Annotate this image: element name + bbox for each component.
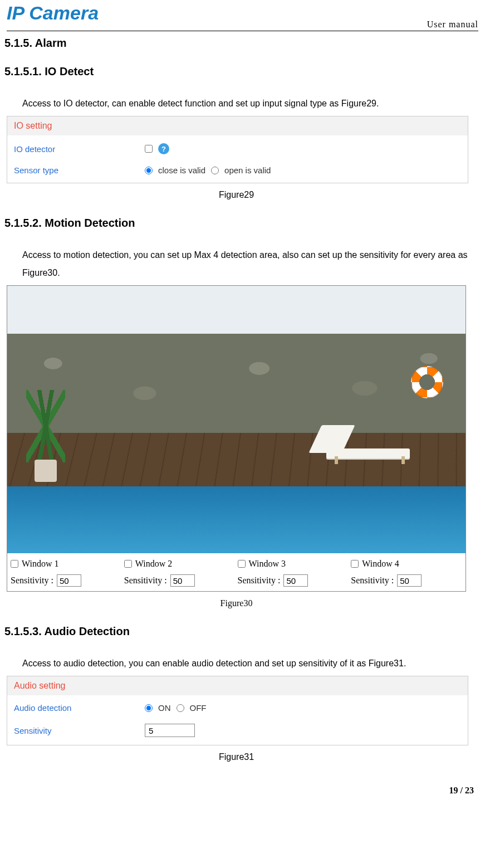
paragraph-audio: Access to audio detection, you can enabl… <box>22 655 468 672</box>
scene-plant <box>26 387 65 482</box>
window-3-checkbox[interactable] <box>238 560 246 568</box>
figure31-caption: Figure31 <box>4 752 468 762</box>
window-2-sens-input[interactable] <box>170 574 195 587</box>
paragraph-io-detect: Access to IO detector, can enable detect… <box>22 95 468 113</box>
header-label: User manual <box>427 19 478 30</box>
sensor-open-radio[interactable] <box>211 167 219 174</box>
window-1-label: Window 1 <box>22 559 58 569</box>
window-1-sens-input[interactable] <box>57 574 81 587</box>
window-4-checkbox[interactable] <box>351 560 359 568</box>
audio-sensitivity-input[interactable] <box>145 724 195 737</box>
content: 5.1.5. Alarm 5.1.5.1. IO Detect Access t… <box>0 31 485 762</box>
io-setting-title: IO setting <box>7 116 468 135</box>
scene-lounger <box>304 425 415 464</box>
heading-5-1-5-3: 5.1.5.3. Audio Detection <box>4 625 468 638</box>
audio-off-radio[interactable] <box>177 704 184 712</box>
help-icon[interactable]: ? <box>158 143 169 154</box>
audio-sensitivity-row: Sensitivity <box>14 724 461 737</box>
page-number: 19 / 23 <box>449 786 474 796</box>
window-1-checkbox[interactable] <box>11 560 18 568</box>
sensor-type-label: Sensor type <box>14 165 145 175</box>
scene-pool <box>7 486 466 553</box>
io-setting-panel: IO setting IO detector ? Sensor type clo… <box>7 116 468 183</box>
sensor-open-label: open is valid <box>224 165 271 175</box>
audio-sensitivity-label: Sensitivity <box>14 726 145 735</box>
scene-wall <box>7 334 466 433</box>
camera-preview[interactable] <box>7 286 466 553</box>
window-3-label: Window 3 <box>249 559 286 569</box>
paragraph-motion: Access to motion detection, you can set … <box>22 246 468 282</box>
window-3-col: Window 3 Sensitivity : <box>238 559 349 587</box>
window-4-col: Window 4 Sensitivity : <box>351 559 462 587</box>
io-setting-body: IO detector ? Sensor type close is valid… <box>7 135 468 183</box>
window-4-label: Window 4 <box>362 559 399 569</box>
window-1-sens-label: Sensitivity : <box>11 576 53 586</box>
figure29-caption: Figure29 <box>4 190 468 200</box>
window-3-sens-label: Sensitivity : <box>238 576 281 586</box>
audio-setting-title: Audio setting <box>7 676 468 695</box>
window-2-sens-label: Sensitivity : <box>124 576 167 586</box>
audio-on-radio[interactable] <box>145 704 153 712</box>
audio-setting-panel: Audio setting Audio detection ON OFF Sen… <box>7 676 468 745</box>
audio-off-label: OFF <box>190 703 207 713</box>
heading-5-1-5-1: 5.1.5.1. IO Detect <box>4 65 468 78</box>
heading-5-1-5-2: 5.1.5.2. Motion Detection <box>4 217 468 230</box>
audio-setting-body: Audio detection ON OFF Sensitivity <box>7 695 468 745</box>
windows-row: Window 1 Sensitivity : Window 2 Sensitiv… <box>7 553 466 587</box>
io-detector-label: IO detector <box>14 144 145 154</box>
io-detector-checkbox[interactable] <box>145 145 153 153</box>
sensor-close-radio[interactable] <box>145 167 153 174</box>
io-detector-row: IO detector ? <box>14 143 461 154</box>
figure30-caption: Figure30 <box>4 598 468 608</box>
page-header: IP Camera User manual <box>0 0 485 31</box>
scene-lifebuoy <box>411 366 443 398</box>
audio-detection-row: Audio detection ON OFF <box>14 703 461 713</box>
window-2-checkbox[interactable] <box>124 560 132 568</box>
window-3-sens-input[interactable] <box>283 574 308 587</box>
motion-detection-panel: Window 1 Sensitivity : Window 2 Sensitiv… <box>7 285 466 592</box>
window-1-col: Window 1 Sensitivity : <box>11 559 122 587</box>
window-2-col: Window 2 Sensitivity : <box>124 559 236 587</box>
heading-5-1-5: 5.1.5. Alarm <box>4 37 468 50</box>
window-2-label: Window 2 <box>135 559 172 569</box>
audio-on-label: ON <box>158 703 171 713</box>
window-4-sens-label: Sensitivity : <box>351 576 394 586</box>
audio-detection-label: Audio detection <box>14 703 145 713</box>
sensor-type-row: Sensor type close is valid open is valid <box>14 165 461 175</box>
window-4-sens-input[interactable] <box>397 574 422 587</box>
sensor-close-label: close is valid <box>158 165 205 175</box>
